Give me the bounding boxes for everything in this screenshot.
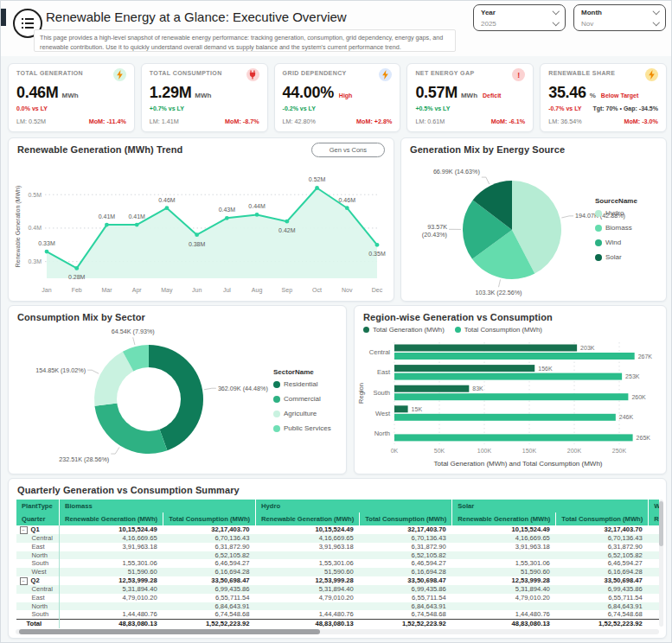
collapse-icon[interactable]: − bbox=[20, 577, 28, 585]
table-row-total[interactable]: Total48,83,080.131,52,52,223.9248,83,080… bbox=[16, 620, 660, 628]
kpi-mom: MoM: +2.8% bbox=[356, 118, 392, 125]
trend-data-point[interactable] bbox=[225, 216, 229, 220]
trend-data-point[interactable] bbox=[135, 223, 139, 227]
cell-generation: 12,53,999.28 bbox=[59, 576, 163, 585]
table-row-q2[interactable]: −Q212,53,999.2833,50,698.4712,53,999.283… bbox=[16, 576, 660, 585]
kpi-card: RENEWABLE SHARE35.46%Below Target-0.7% v… bbox=[540, 63, 667, 132]
kpi-value: 0.46M bbox=[16, 84, 59, 102]
sector-mix-card: Consumption Mix by Sector 362.09K (44.48… bbox=[8, 305, 347, 474]
source-mix-title: Generation Mix by Energy Source bbox=[410, 144, 565, 155]
svg-text:265K: 265K bbox=[637, 435, 651, 441]
region-bar-legend: Total Generation (MWh)Total Consumption … bbox=[363, 326, 542, 334]
trend-data-point[interactable] bbox=[165, 206, 170, 210]
bar-south-consumption[interactable] bbox=[394, 393, 628, 400]
cell-consumption: 32,17,403.70 bbox=[163, 525, 256, 534]
col-header: Total Consumption (MWh) bbox=[360, 512, 452, 525]
kpi-unit: MWh bbox=[461, 92, 477, 99]
table-row-q1[interactable]: −Q110,15,524.4932,17,403.7010,15,524.493… bbox=[16, 525, 660, 534]
vertical-scrollbar[interactable] bbox=[659, 500, 663, 627]
cell-generation bbox=[452, 551, 556, 560]
horizontal-scrollbar-thumb[interactable] bbox=[19, 629, 320, 634]
bar-west-generation[interactable] bbox=[394, 405, 408, 412]
legend-item-residential[interactable]: Residential bbox=[273, 380, 331, 388]
table-row-west[interactable]: West51,590.606,16,694.2851,590.606,16,69… bbox=[16, 568, 660, 576]
trend-data-point[interactable] bbox=[105, 223, 109, 227]
bar-east-generation[interactable] bbox=[394, 365, 534, 372]
svg-text:Nov: Nov bbox=[342, 287, 353, 293]
table-row-east[interactable]: East4,79,010.206,55,711.544,79,010.206,5… bbox=[16, 594, 660, 602]
svg-text:0.46M: 0.46M bbox=[158, 197, 176, 203]
year-slicer[interactable]: Year 2025 bbox=[473, 4, 566, 31]
bolt-icon bbox=[113, 68, 126, 81]
col-header-quarter: Quarter bbox=[16, 512, 60, 525]
trend-data-point[interactable] bbox=[285, 220, 289, 224]
table-row-east[interactable]: East3,91,963.186,31,872.903,91,963.186,3… bbox=[16, 543, 660, 551]
table-row-south[interactable]: South1,55,301.066,46,594.271,55,301.066,… bbox=[16, 559, 660, 568]
trend-data-point[interactable] bbox=[45, 250, 49, 254]
cell-generation: 51,590.60 bbox=[649, 568, 659, 576]
svg-text:66.99K (14.63%): 66.99K (14.63%) bbox=[433, 168, 480, 175]
table-row-north[interactable]: North6,84,643.916,84,643.916,84,643.916,… bbox=[16, 602, 660, 611]
cell-generation bbox=[256, 602, 360, 611]
trend-data-point[interactable] bbox=[375, 243, 380, 247]
chevron-down-icon bbox=[552, 19, 559, 26]
svg-text:362.09K (44.48%): 362.09K (44.48%) bbox=[218, 385, 268, 392]
svg-text:64.54K (7.93%): 64.54K (7.93%) bbox=[112, 328, 155, 335]
trend-data-point[interactable] bbox=[315, 186, 319, 190]
legend-item-hydro[interactable]: Hydro bbox=[595, 209, 637, 217]
legend-item-wind[interactable]: Wind bbox=[595, 239, 637, 246]
legend-item-consumption[interactable]: Total Consumption (MWh) bbox=[455, 326, 542, 334]
table-row-north[interactable]: North6,52,105.826,52,105.826,52,105.826,… bbox=[16, 551, 660, 560]
table-row-central[interactable]: Central5,31,894.406,99,435.865,31,894.40… bbox=[16, 585, 660, 594]
trend-data-point[interactable] bbox=[345, 206, 349, 210]
gen-vs-cons-button[interactable]: Gen vs Cons bbox=[311, 143, 385, 157]
table-row-central[interactable]: Central4,16,669.656,70,136.434,16,669.65… bbox=[16, 534, 660, 543]
svg-text:0.41M: 0.41M bbox=[99, 213, 116, 220]
bar-north-consumption[interactable] bbox=[394, 434, 633, 441]
collapse-icon[interactable]: − bbox=[20, 526, 28, 534]
cell-generation: 48,83,080.13 bbox=[256, 620, 360, 628]
sector-mix-title: Consumption Mix by Sector bbox=[17, 312, 145, 322]
svg-text:Mar: Mar bbox=[101, 287, 112, 293]
cell-consumption: 6,99,435.86 bbox=[163, 585, 256, 594]
kpi-last-month: LM: 42.80% bbox=[283, 118, 316, 125]
vertical-scrollbar-thumb[interactable] bbox=[659, 501, 663, 546]
svg-text:North: North bbox=[374, 430, 390, 437]
legend-item-biomass[interactable]: Biomass bbox=[595, 224, 637, 232]
trend-chart-card: Renewable Generation (MWh) Trend Gen vs … bbox=[8, 137, 394, 302]
cell-generation: 51,590.60 bbox=[59, 568, 163, 576]
svg-text:0.42M: 0.42M bbox=[278, 227, 296, 233]
col-header: Total Consumption (MWh) bbox=[556, 512, 649, 525]
legend-item-commercial[interactable]: Commercial bbox=[273, 395, 331, 403]
trend-data-point[interactable] bbox=[74, 266, 79, 271]
svg-text:0.4M: 0.4M bbox=[28, 225, 42, 231]
cell-generation: 5,31,894.40 bbox=[59, 585, 163, 594]
legend-item-agriculture[interactable]: Agriculture bbox=[273, 410, 331, 417]
bar-central-consumption[interactable] bbox=[394, 353, 635, 360]
bar-east-consumption[interactable] bbox=[394, 373, 622, 380]
legend-item-public-services[interactable]: Public Services bbox=[273, 424, 331, 432]
cell-generation: 48,83,080.13 bbox=[452, 620, 556, 628]
horizontal-scrollbar[interactable] bbox=[16, 629, 659, 634]
month-slicer[interactable]: Month Nov bbox=[573, 4, 666, 31]
bar-south-generation[interactable] bbox=[394, 385, 469, 392]
cell-generation: 51,590.60 bbox=[452, 568, 556, 576]
cell-consumption: 6,46,594.27 bbox=[556, 559, 649, 568]
bar-west-consumption[interactable] bbox=[394, 414, 616, 421]
svg-text:83K: 83K bbox=[472, 385, 483, 392]
kpi-title: NET ENERGY GAP bbox=[415, 70, 474, 76]
cell-generation: 10,15,524.49 bbox=[256, 525, 360, 534]
summary-table-title: Quarterly Generation vs Consumption Summ… bbox=[17, 485, 240, 495]
kpi-mom: MoM: -8.7% bbox=[225, 118, 259, 125]
kpi-status-badge: High bbox=[339, 92, 353, 99]
trend-data-point[interactable] bbox=[255, 213, 259, 217]
trend-data-point[interactable] bbox=[195, 232, 199, 237]
svg-text:May: May bbox=[161, 287, 173, 294]
bar-central-generation[interactable] bbox=[394, 345, 577, 352]
col-header: Renewable Generation (MWh) bbox=[59, 512, 163, 525]
legend-item-solar[interactable]: Solar bbox=[595, 253, 637, 261]
kpi-vs-ly: -0.7% vs LY bbox=[548, 105, 581, 111]
col-header: Renewable Generation (MWh) bbox=[649, 512, 659, 525]
table-row-south[interactable]: South1,44,480.766,74,548.681,44,480.766,… bbox=[16, 610, 660, 619]
legend-item-generation[interactable]: Total Generation (MWh) bbox=[363, 326, 445, 334]
